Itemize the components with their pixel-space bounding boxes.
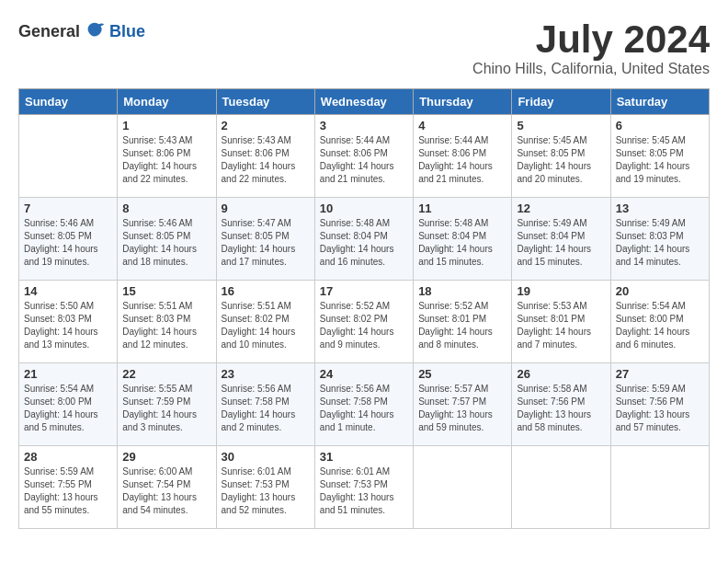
calendar-cell: 23Sunrise: 5:56 AM Sunset: 7:58 PM Dayli…	[216, 363, 314, 446]
day-info: Sunrise: 5:54 AM Sunset: 8:00 PM Dayligh…	[616, 300, 704, 351]
day-info: Sunrise: 5:53 AM Sunset: 8:01 PM Dayligh…	[517, 300, 605, 351]
calendar-cell: 24Sunrise: 5:56 AM Sunset: 7:58 PM Dayli…	[314, 363, 413, 446]
calendar-cell: 25Sunrise: 5:57 AM Sunset: 7:57 PM Dayli…	[414, 363, 512, 446]
header-monday: Monday	[118, 89, 216, 115]
day-info: Sunrise: 5:51 AM Sunset: 8:03 PM Dayligh…	[122, 300, 210, 351]
calendar-cell: 4Sunrise: 5:44 AM Sunset: 8:06 PM Daylig…	[414, 115, 512, 198]
calendar-cell: 8Sunrise: 5:46 AM Sunset: 8:05 PM Daylig…	[118, 198, 216, 281]
calendar-body: 1Sunrise: 5:43 AM Sunset: 8:06 PM Daylig…	[19, 115, 710, 529]
calendar-cell	[414, 446, 512, 529]
title-section: July 2024 Chino Hills, California, Unite…	[472, 18, 710, 77]
day-info: Sunrise: 5:46 AM Sunset: 8:05 PM Dayligh…	[24, 217, 112, 269]
day-info: Sunrise: 5:43 AM Sunset: 8:06 PM Dayligh…	[222, 134, 310, 186]
calendar-cell: 14Sunrise: 5:50 AM Sunset: 8:03 PM Dayli…	[19, 281, 118, 363]
day-number: 18	[418, 284, 506, 298]
day-info: Sunrise: 5:56 AM Sunset: 7:58 PM Dayligh…	[320, 383, 408, 434]
day-info: Sunrise: 5:52 AM Sunset: 8:02 PM Dayligh…	[320, 300, 408, 351]
header-sunday: Sunday	[19, 89, 118, 115]
day-number: 31	[320, 450, 408, 464]
day-number: 28	[24, 450, 112, 464]
day-info: Sunrise: 5:48 AM Sunset: 8:04 PM Dayligh…	[418, 217, 506, 269]
day-number: 25	[418, 367, 506, 381]
day-number: 26	[517, 367, 605, 381]
day-number: 13	[616, 201, 704, 215]
day-info: Sunrise: 6:01 AM Sunset: 7:53 PM Dayligh…	[222, 465, 310, 517]
calendar-cell: 31Sunrise: 6:01 AM Sunset: 7:53 PM Dayli…	[314, 446, 413, 529]
calendar-subtitle: Chino Hills, California, United States	[472, 61, 710, 77]
logo-bird-icon	[82, 18, 108, 44]
day-info: Sunrise: 5:47 AM Sunset: 8:05 PM Dayligh…	[222, 217, 310, 269]
day-number: 23	[222, 367, 310, 381]
calendar-cell: 3Sunrise: 5:44 AM Sunset: 8:06 PM Daylig…	[314, 115, 413, 198]
calendar-week-3: 21Sunrise: 5:54 AM Sunset: 8:00 PM Dayli…	[19, 363, 710, 446]
calendar-cell: 9Sunrise: 5:47 AM Sunset: 8:05 PM Daylig…	[216, 198, 314, 281]
calendar-cell: 19Sunrise: 5:53 AM Sunset: 8:01 PM Dayli…	[512, 281, 610, 363]
day-info: Sunrise: 5:48 AM Sunset: 8:04 PM Dayligh…	[320, 217, 408, 269]
header-wednesday: Wednesday	[314, 89, 413, 115]
logo: General Blue	[18, 18, 145, 44]
day-number: 8	[122, 201, 210, 215]
calendar-cell: 22Sunrise: 5:55 AM Sunset: 7:59 PM Dayli…	[118, 363, 216, 446]
day-number: 10	[320, 201, 408, 215]
day-info: Sunrise: 5:59 AM Sunset: 7:56 PM Dayligh…	[616, 383, 704, 434]
calendar-cell: 17Sunrise: 5:52 AM Sunset: 8:02 PM Dayli…	[314, 281, 413, 363]
day-number: 11	[418, 201, 506, 215]
calendar-title: July 2024	[472, 18, 710, 61]
calendar-cell: 26Sunrise: 5:58 AM Sunset: 7:56 PM Dayli…	[512, 363, 610, 446]
day-info: Sunrise: 5:46 AM Sunset: 8:05 PM Dayligh…	[122, 217, 210, 269]
day-number: 30	[222, 450, 310, 464]
day-number: 22	[122, 367, 210, 381]
calendar-cell: 18Sunrise: 5:52 AM Sunset: 8:01 PM Dayli…	[414, 281, 512, 363]
day-number: 7	[24, 201, 112, 215]
calendar-cell: 10Sunrise: 5:48 AM Sunset: 8:04 PM Dayli…	[314, 198, 413, 281]
calendar-cell: 20Sunrise: 5:54 AM Sunset: 8:00 PM Dayli…	[610, 281, 709, 363]
day-number: 20	[616, 284, 704, 298]
calendar-week-2: 14Sunrise: 5:50 AM Sunset: 8:03 PM Dayli…	[19, 281, 710, 363]
day-info: Sunrise: 5:45 AM Sunset: 8:05 PM Dayligh…	[517, 134, 605, 186]
day-number: 21	[24, 367, 112, 381]
day-info: Sunrise: 5:50 AM Sunset: 8:03 PM Dayligh…	[24, 300, 112, 351]
calendar-cell: 6Sunrise: 5:45 AM Sunset: 8:05 PM Daylig…	[610, 115, 709, 198]
day-info: Sunrise: 5:57 AM Sunset: 7:57 PM Dayligh…	[418, 383, 506, 434]
header-row: Sunday Monday Tuesday Wednesday Thursday…	[19, 89, 710, 115]
day-number: 17	[320, 284, 408, 298]
calendar-cell	[512, 446, 610, 529]
day-info: Sunrise: 6:00 AM Sunset: 7:54 PM Dayligh…	[122, 465, 210, 517]
day-number: 27	[616, 367, 704, 381]
day-info: Sunrise: 5:44 AM Sunset: 8:06 PM Dayligh…	[320, 134, 408, 186]
day-number: 12	[517, 201, 605, 215]
header-thursday: Thursday	[414, 89, 512, 115]
day-info: Sunrise: 5:49 AM Sunset: 8:04 PM Dayligh…	[517, 217, 605, 269]
day-number: 14	[24, 284, 112, 298]
calendar-cell: 28Sunrise: 5:59 AM Sunset: 7:55 PM Dayli…	[19, 446, 118, 529]
day-info: Sunrise: 5:55 AM Sunset: 7:59 PM Dayligh…	[122, 383, 210, 434]
day-info: Sunrise: 5:45 AM Sunset: 8:05 PM Dayligh…	[616, 134, 704, 186]
day-info: Sunrise: 5:56 AM Sunset: 7:58 PM Dayligh…	[222, 383, 310, 434]
day-number: 29	[122, 450, 210, 464]
day-number: 16	[222, 284, 310, 298]
calendar-cell: 30Sunrise: 6:01 AM Sunset: 7:53 PM Dayli…	[216, 446, 314, 529]
day-number: 1	[122, 119, 210, 132]
day-number: 19	[517, 284, 605, 298]
logo-general-text: General	[18, 22, 80, 40]
day-info: Sunrise: 5:43 AM Sunset: 8:06 PM Dayligh…	[122, 134, 210, 186]
day-number: 4	[418, 119, 506, 132]
calendar-cell: 5Sunrise: 5:45 AM Sunset: 8:05 PM Daylig…	[512, 115, 610, 198]
header-tuesday: Tuesday	[216, 89, 314, 115]
calendar-week-0: 1Sunrise: 5:43 AM Sunset: 8:06 PM Daylig…	[19, 115, 710, 198]
page-header: General Blue July 2024 Chino Hills, Cali…	[18, 18, 710, 77]
day-number: 24	[320, 367, 408, 381]
calendar-cell	[19, 115, 118, 198]
calendar-header: Sunday Monday Tuesday Wednesday Thursday…	[19, 89, 710, 115]
day-info: Sunrise: 5:54 AM Sunset: 8:00 PM Dayligh…	[24, 383, 112, 434]
calendar-cell: 21Sunrise: 5:54 AM Sunset: 8:00 PM Dayli…	[19, 363, 118, 446]
header-friday: Friday	[512, 89, 610, 115]
day-info: Sunrise: 5:52 AM Sunset: 8:01 PM Dayligh…	[418, 300, 506, 351]
calendar-cell: 27Sunrise: 5:59 AM Sunset: 7:56 PM Dayli…	[610, 363, 709, 446]
calendar-week-4: 28Sunrise: 5:59 AM Sunset: 7:55 PM Dayli…	[19, 446, 710, 529]
calendar-cell: 15Sunrise: 5:51 AM Sunset: 8:03 PM Dayli…	[118, 281, 216, 363]
calendar-cell: 7Sunrise: 5:46 AM Sunset: 8:05 PM Daylig…	[19, 198, 118, 281]
day-info: Sunrise: 5:49 AM Sunset: 8:03 PM Dayligh…	[616, 217, 704, 269]
day-number: 5	[517, 119, 605, 132]
day-number: 9	[222, 201, 310, 215]
